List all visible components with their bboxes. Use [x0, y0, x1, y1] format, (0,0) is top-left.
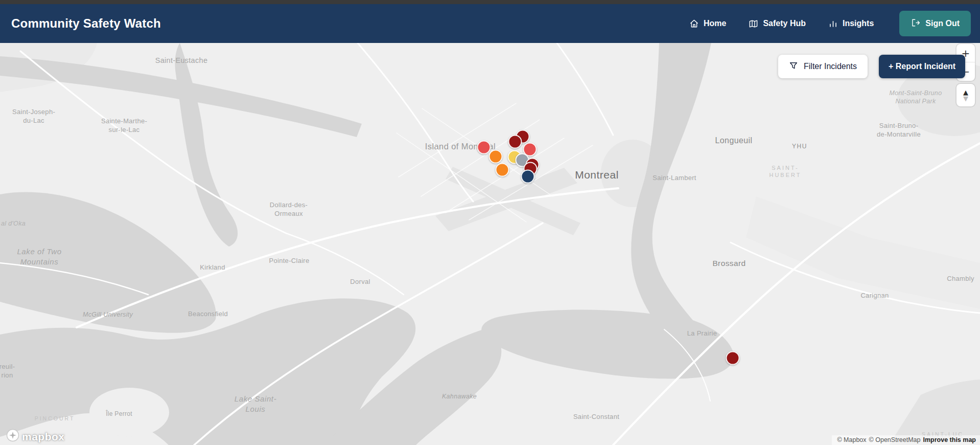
incident-marker-orange[interactable] — [489, 150, 503, 164]
incident-marker-orange[interactable] — [496, 163, 509, 177]
improve-map-link[interactable]: Improve this map — [923, 436, 976, 443]
filter-icon — [789, 61, 798, 72]
home-icon — [689, 19, 699, 29]
sign-out-icon — [911, 18, 920, 30]
app-header: Community Safety Watch Home Safety Hub I… — [0, 4, 980, 43]
nav-insights-label: Insights — [843, 19, 874, 28]
incident-marker-navy[interactable] — [521, 170, 535, 184]
map-icon — [749, 19, 758, 29]
nav-safety-hub[interactable]: Safety Hub — [749, 19, 806, 29]
app-title: Community Safety Watch — [11, 16, 161, 31]
report-incident-button[interactable]: + Report Incident — [879, 55, 965, 78]
basemap — [0, 43, 980, 445]
nav-home[interactable]: Home — [689, 19, 726, 29]
filter-incidents-button[interactable]: Filter Incidents — [778, 55, 868, 78]
incident-marker-darkred[interactable] — [508, 135, 522, 149]
sign-out-button[interactable]: Sign Out — [899, 11, 971, 36]
main-nav: Home Safety Hub Insights Sign Out — [689, 11, 971, 36]
nav-insights[interactable]: Insights — [828, 19, 874, 29]
incident-marker-darkred[interactable] — [726, 351, 740, 365]
map-canvas[interactable]: Saint-EustacheSaint-Joseph-du-LacSainte-… — [0, 43, 980, 445]
attribution-osm-link[interactable]: © OpenStreetMap — [869, 436, 921, 443]
mapbox-logo[interactable]: mapbox — [6, 429, 65, 444]
window-chrome-strip — [0, 0, 980, 4]
bar-chart-icon — [828, 19, 838, 29]
filter-incidents-label: Filter Incidents — [804, 62, 857, 71]
map-attribution: © Mapbox © OpenStreetMap Improve this ma… — [832, 435, 980, 445]
pitch-toggle-button[interactable]: ▲ ▼ — [956, 84, 975, 106]
sign-out-label: Sign Out — [925, 19, 960, 28]
mapbox-logo-text: mapbox — [22, 431, 65, 443]
incident-marker-red[interactable] — [477, 141, 491, 154]
mapbox-logo-icon — [6, 429, 19, 444]
map-pitch-control: ▲ ▼ — [956, 84, 975, 106]
nav-safety-hub-label: Safety Hub — [763, 19, 806, 28]
nav-home-label: Home — [704, 19, 726, 28]
attribution-mapbox-link[interactable]: © Mapbox — [837, 436, 866, 443]
pitch-down-icon: ▼ — [963, 95, 968, 102]
